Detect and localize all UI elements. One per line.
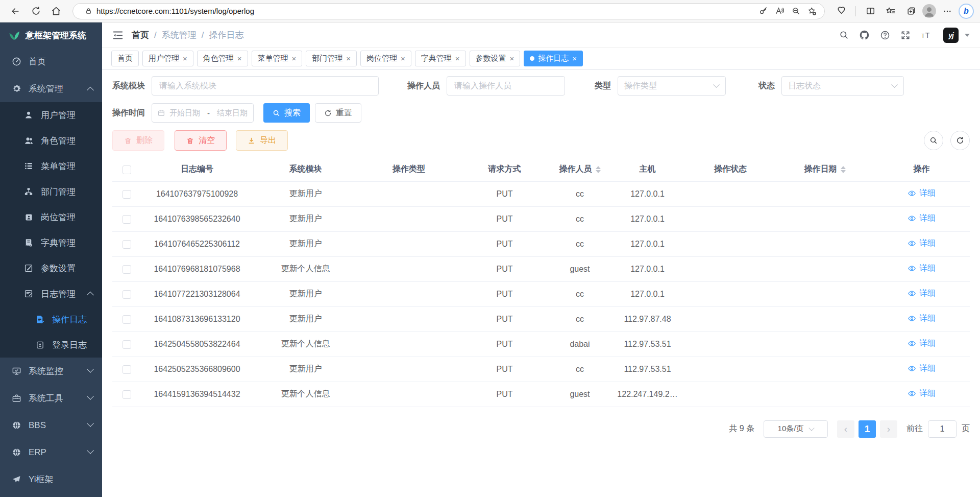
date-range-picker[interactable]: 开始日期 - 结束日期	[152, 103, 254, 123]
prev-page-button[interactable]: ‹	[837, 420, 854, 438]
sidebar-item-dict-mgmt[interactable]: 字典管理	[0, 230, 102, 255]
delete-button[interactable]: 删除	[112, 130, 164, 151]
home-icon[interactable]	[47, 3, 65, 20]
close-icon[interactable]: ×	[401, 54, 405, 63]
close-icon[interactable]: ×	[455, 54, 460, 63]
select-all-checkbox[interactable]	[122, 165, 131, 174]
page-size-select[interactable]: 10条/页	[764, 420, 828, 438]
sidebar-item-login-log[interactable]: 登录日志	[0, 332, 102, 358]
tab-dept-mgmt[interactable]: 部门管理×	[306, 51, 357, 66]
clear-button[interactable]: 清空	[175, 130, 227, 151]
close-icon[interactable]: ×	[346, 54, 351, 63]
sidebar-item-post-mgmt[interactable]: 岗位管理	[0, 204, 102, 230]
sidebar-item-system-tools[interactable]: 系统工具	[0, 385, 102, 412]
collections-icon[interactable]	[902, 3, 920, 20]
sidebar-item-menu-mgmt[interactable]: 菜单管理	[0, 153, 102, 179]
table-search-toggle-icon[interactable]	[924, 131, 943, 150]
row-checkbox[interactable]	[122, 290, 131, 299]
table-refresh-icon[interactable]	[950, 131, 970, 150]
reset-button[interactable]: 重置	[315, 103, 361, 123]
sidebar-item-bbs[interactable]: BBS	[0, 412, 102, 439]
font-size-icon[interactable]: TT	[921, 30, 933, 40]
sidebar-item-user-mgmt[interactable]: 用户管理	[0, 102, 102, 128]
tab-home[interactable]: 首页	[111, 51, 139, 66]
row-checkbox[interactable]	[122, 265, 131, 274]
tab-menu-mgmt[interactable]: 菜单管理×	[252, 51, 303, 66]
sort-icon[interactable]	[596, 166, 601, 173]
operator-input[interactable]	[447, 76, 565, 96]
breadcrumb-system-mgmt[interactable]: 系统管理	[162, 29, 197, 41]
tab-user-mgmt[interactable]: 用户管理×	[142, 51, 193, 66]
sidebar-item-yi-framework[interactable]: Yi框架	[0, 466, 102, 493]
fullscreen-icon[interactable]	[900, 30, 911, 40]
sidebar-item-oper-log[interactable]: 操作日志	[0, 306, 102, 332]
goto-page-input[interactable]	[928, 420, 957, 438]
url-text[interactable]: https://ccnetcore.com:1101/system/log/op…	[96, 7, 755, 15]
next-page-button[interactable]: ›	[880, 420, 897, 438]
sidebar-item-log-mgmt[interactable]: 日志管理	[0, 281, 102, 306]
sidebar-item-system-mgmt[interactable]: 系统管理	[0, 75, 102, 102]
copilot-icon[interactable]: b	[959, 4, 974, 19]
read-aloud-icon[interactable]	[771, 4, 788, 18]
app-logo[interactable]: 意框架管理系统	[0, 22, 102, 48]
detail-link[interactable]: 详细	[908, 213, 936, 224]
browser-essentials-icon[interactable]	[832, 3, 850, 20]
row-checkbox[interactable]	[122, 315, 131, 324]
favorites-icon[interactable]	[881, 3, 900, 20]
row-checkbox[interactable]	[122, 340, 131, 349]
sidebar-item-erp[interactable]: ERP	[0, 439, 102, 466]
module-input[interactable]	[152, 76, 379, 96]
profile-avatar[interactable]	[922, 4, 936, 18]
sidebar-item-system-monitor[interactable]: 系统监控	[0, 358, 102, 385]
password-key-icon[interactable]	[755, 4, 771, 18]
user-avatar-logo[interactable]: yj	[943, 28, 959, 43]
avatar-caret-icon[interactable]	[965, 34, 970, 37]
detail-link[interactable]: 详细	[908, 288, 936, 299]
breadcrumb-home[interactable]: 首页	[132, 29, 149, 41]
add-favorite-icon[interactable]	[804, 4, 820, 18]
row-checkbox[interactable]	[122, 390, 131, 399]
export-button[interactable]: 导出	[236, 130, 288, 151]
sort-icon[interactable]	[841, 166, 846, 173]
status-select[interactable]: 日志状态	[781, 76, 904, 96]
sidebar-item-dept-mgmt[interactable]: 部门管理	[0, 179, 102, 204]
split-screen-icon[interactable]	[861, 3, 879, 20]
sidebar-fold-icon[interactable]	[112, 30, 124, 41]
row-checkbox[interactable]	[122, 365, 131, 374]
close-icon[interactable]: ×	[237, 54, 242, 63]
start-date-placeholder[interactable]: 开始日期	[169, 108, 200, 118]
tab-oper-log-active[interactable]: 操作日志×	[524, 51, 583, 66]
col-operator[interactable]: 操作人员	[549, 158, 610, 181]
refresh-icon[interactable]	[27, 3, 45, 20]
search-button[interactable]: 搜索	[263, 103, 310, 123]
detail-link[interactable]: 详细	[908, 338, 936, 349]
tab-role-mgmt[interactable]: 角色管理×	[197, 51, 248, 66]
sidebar-item-home[interactable]: 首页	[0, 48, 102, 75]
col-date[interactable]: 操作日期	[776, 158, 873, 181]
row-checkbox[interactable]	[122, 215, 131, 224]
row-checkbox[interactable]	[122, 190, 131, 199]
detail-link[interactable]: 详细	[908, 263, 936, 274]
close-icon[interactable]: ×	[572, 54, 577, 63]
help-icon[interactable]	[880, 30, 890, 40]
sidebar-item-role-mgmt[interactable]: 角色管理	[0, 128, 102, 153]
back-icon[interactable]	[6, 3, 24, 20]
row-checkbox[interactable]	[122, 240, 131, 249]
detail-link[interactable]: 详细	[908, 388, 936, 399]
detail-link[interactable]: 详细	[908, 363, 936, 374]
tab-post-mgmt[interactable]: 岗位管理×	[360, 51, 411, 66]
github-icon[interactable]	[859, 30, 870, 40]
current-page-button[interactable]: 1	[859, 420, 876, 438]
zoom-out-icon[interactable]	[788, 4, 804, 18]
detail-link[interactable]: 详细	[908, 238, 936, 249]
type-select[interactable]: 操作类型	[618, 76, 726, 96]
close-icon[interactable]: ×	[510, 54, 514, 63]
address-bar[interactable]: https://ccnetcore.com:1101/system/log/op…	[72, 3, 825, 19]
detail-link[interactable]: 详细	[908, 313, 936, 324]
tab-param-settings[interactable]: 参数设置×	[470, 51, 521, 66]
detail-link[interactable]: 详细	[908, 188, 936, 199]
more-options-icon[interactable]	[938, 3, 957, 20]
end-date-placeholder[interactable]: 结束日期	[217, 108, 248, 118]
header-search-icon[interactable]	[839, 30, 849, 40]
tab-dict-mgmt[interactable]: 字典管理×	[415, 51, 466, 66]
